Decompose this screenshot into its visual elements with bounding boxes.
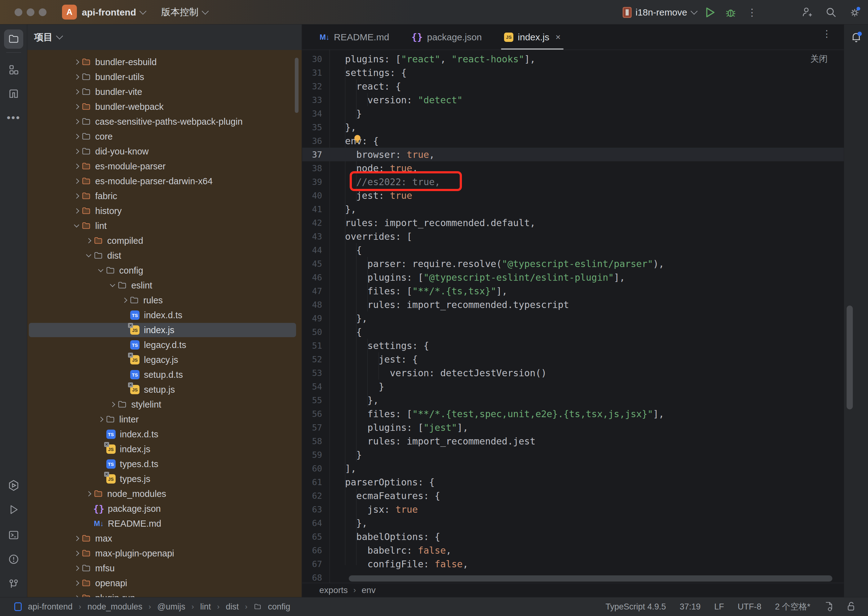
more-actions-button[interactable]: ⋮	[746, 0, 758, 25]
code-line-54[interactable]: 54 }	[302, 380, 844, 393]
chevron-right-icon[interactable]	[72, 57, 81, 67]
tree-item-index.js[interactable]: JS✕index.js	[27, 442, 302, 457]
add-user-icon[interactable]	[800, 0, 814, 25]
code-line-32[interactable]: 32 react: {	[302, 79, 844, 93]
line-number[interactable]: 32	[302, 82, 330, 91]
line-number[interactable]: 48	[302, 300, 330, 310]
line-number[interactable]: 56	[302, 409, 330, 419]
project-selector[interactable]: api-frontend	[82, 0, 146, 25]
tab-package.json[interactable]: {}package.json	[400, 25, 493, 50]
chevron-down-icon[interactable]	[96, 266, 105, 275]
line-number[interactable]: 59	[302, 450, 330, 460]
tree-item-bundler-utils[interactable]: bundler-utils	[27, 69, 302, 84]
tree-item-node_modules[interactable]: node_modules	[27, 486, 302, 501]
breadcrumb-item[interactable]: config	[268, 602, 290, 612]
tree-item-bundler-esbuild[interactable]: bundler-esbuild	[27, 55, 302, 69]
tree-scrollbar[interactable]	[295, 58, 299, 113]
line-number[interactable]: 37	[302, 150, 330, 159]
tree-item-max[interactable]: max	[27, 531, 302, 546]
tree-item-es-module-parser-darwin-x64[interactable]: es-module-parser-darwin-x64	[27, 174, 302, 189]
code-line-53[interactable]: 53 version: detectJestVersion()	[302, 366, 844, 380]
line-ending[interactable]: LF	[714, 602, 724, 612]
line-number[interactable]: 50	[302, 327, 330, 337]
line-number[interactable]: 30	[302, 54, 330, 64]
code-line-60[interactable]: 60 ],	[302, 462, 844, 475]
chevron-right-icon[interactable]	[72, 117, 81, 126]
code-line-65[interactable]: 65 babelOptions: {	[302, 530, 844, 544]
code-line-62[interactable]: 62 ecmaFeatures: {	[302, 489, 844, 503]
editor-vertical-scrollbar[interactable]	[847, 305, 853, 409]
code-line-33[interactable]: 33 version: "detect"	[302, 93, 844, 107]
tree-item-did-you-know[interactable]: did-you-know	[27, 144, 302, 159]
line-number[interactable]: 34	[302, 109, 330, 118]
breadcrumb-item[interactable]: node_modules	[88, 602, 142, 612]
tree-item-plugin-run[interactable]: plugin-run	[27, 591, 302, 597]
tree-item-types.d.ts[interactable]: TStypes.d.ts	[27, 457, 302, 471]
version-control-icon[interactable]	[0, 575, 27, 593]
line-number[interactable]: 64	[302, 518, 330, 528]
tree-item-README.md[interactable]: M↓README.md	[27, 516, 302, 531]
code-line-57[interactable]: 57 plugins: ["jest"],	[302, 421, 844, 434]
code-line-58[interactable]: 58 rules: import_recommended.jest	[302, 434, 844, 448]
vcs-menu[interactable]: 版本控制	[161, 0, 208, 25]
line-number[interactable]: 47	[302, 286, 330, 296]
services-icon[interactable]	[0, 476, 27, 495]
code-line-42[interactable]: 42 rules: import_recommended.default,	[302, 216, 844, 229]
code-line-36[interactable]: 36 env: {	[302, 134, 844, 148]
line-number[interactable]: 44	[302, 245, 330, 255]
code-line-55[interactable]: 55 },	[302, 393, 844, 407]
line-number[interactable]: 52	[302, 355, 330, 364]
tree-item-legacy.d.ts[interactable]: TSlegacy.d.ts	[27, 338, 302, 352]
chevron-down-icon[interactable]	[72, 221, 81, 231]
code-line-51[interactable]: 51 settings: {	[302, 339, 844, 352]
code-line-30[interactable]: 30 plugins: ["react", "react-hooks"],	[302, 52, 844, 66]
chevron-right-icon[interactable]	[72, 72, 81, 82]
code-line-50[interactable]: 50 {	[302, 325, 844, 339]
code-line-45[interactable]: 45 parser: require.resolve("@typescript-…	[302, 257, 844, 270]
line-number[interactable]: 54	[302, 382, 330, 391]
line-number[interactable]: 36	[302, 136, 330, 146]
tree-item-compiled[interactable]: compiled	[27, 233, 302, 248]
banner-close-link[interactable]: 关闭	[810, 53, 828, 65]
tree-item-setup.js[interactable]: JS✕setup.js	[27, 382, 302, 397]
code-line-48[interactable]: 48 rules: import_recommended.typescript	[302, 298, 844, 311]
line-number[interactable]: 41	[302, 204, 330, 214]
tree-item-history[interactable]: history	[27, 203, 302, 218]
window-close-button[interactable]	[14, 8, 22, 16]
code-line-59[interactable]: 59 }	[302, 448, 844, 462]
tree-item-stylelint[interactable]: stylelint	[27, 397, 302, 412]
chevron-right-icon[interactable]	[96, 415, 105, 424]
tree-item-lint[interactable]: lint	[27, 218, 302, 233]
line-number[interactable]: 55	[302, 396, 330, 405]
line-number[interactable]: 42	[302, 218, 330, 228]
chevron-right-icon[interactable]	[72, 206, 81, 215]
tree-item-setup.d.ts[interactable]: TSsetup.d.ts	[27, 367, 302, 382]
write-lock-icon[interactable]	[847, 602, 855, 612]
debug-button[interactable]	[724, 0, 738, 25]
line-number[interactable]: 43	[302, 232, 330, 241]
chevron-right-icon[interactable]	[84, 489, 93, 498]
window-minimize-button[interactable]	[27, 8, 34, 16]
code-line-43[interactable]: 43 overrides: [	[302, 229, 844, 243]
chevron-right-icon[interactable]	[72, 192, 81, 201]
line-number[interactable]: 66	[302, 545, 330, 555]
tree-item-index.d.ts[interactable]: TSindex.d.ts	[27, 308, 302, 322]
code-viewport[interactable]: 30 plugins: ["react", "react-hooks"],31 …	[302, 50, 844, 593]
chevron-right-icon[interactable]	[72, 162, 81, 171]
code-line-31[interactable]: 31 settings: {	[302, 66, 844, 79]
line-number[interactable]: 49	[302, 314, 330, 323]
chevron-right-icon[interactable]	[72, 578, 81, 588]
problems-icon[interactable]	[0, 550, 27, 569]
tree-item-dist[interactable]: dist	[27, 248, 302, 263]
line-number[interactable]: 51	[302, 341, 330, 350]
tree-item-index.js[interactable]: JS✕index.js	[27, 322, 302, 338]
caret-position[interactable]: 37:19	[680, 602, 700, 612]
code-style-icon[interactable]	[824, 602, 833, 612]
chevron-down-icon[interactable]	[108, 281, 117, 290]
line-number[interactable]: 62	[302, 491, 330, 501]
tree-item-max-plugin-openapi[interactable]: max-plugin-openapi	[27, 546, 302, 561]
chevron-right-icon[interactable]	[72, 593, 81, 597]
terminal-icon[interactable]	[0, 526, 27, 544]
tree-item-rules[interactable]: rules	[27, 293, 302, 308]
line-number[interactable]: 39	[302, 177, 330, 187]
